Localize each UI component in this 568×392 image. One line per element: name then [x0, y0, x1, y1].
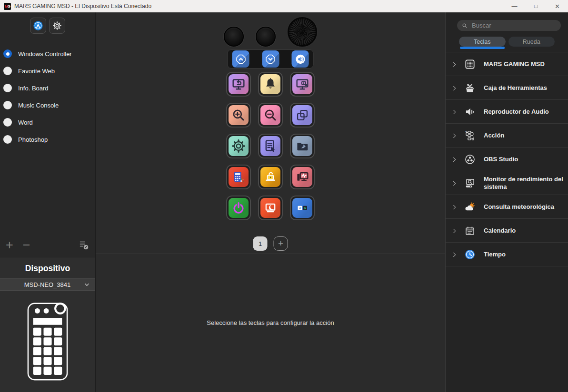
sleep-icon	[260, 198, 280, 218]
tab-teclas[interactable]: Teclas	[459, 37, 506, 47]
radio-icon[interactable]	[3, 118, 12, 127]
radio-icon[interactable]	[3, 101, 12, 109]
octagon-down-icon	[264, 53, 277, 66]
chevron-right-icon[interactable]	[451, 108, 458, 115]
profile-label: Info. Board	[18, 85, 49, 92]
chevron-right-icon[interactable]	[451, 251, 458, 257]
app-home-button[interactable]	[30, 18, 46, 34]
key-duplicate[interactable]	[290, 103, 315, 127]
key-folder-open[interactable]	[290, 134, 315, 158]
hint-text: Seleccione las teclas para configurar la…	[207, 319, 334, 326]
category-reproductor-de-audio[interactable]: Reproductor de Audio	[446, 100, 568, 124]
add-page-button[interactable]: +	[274, 236, 288, 251]
profile-option-music-console[interactable]: Music Console	[0, 97, 95, 114]
key-monitor-undo[interactable]	[226, 72, 251, 97]
remove-profile-button[interactable]: −	[23, 240, 30, 250]
chevron-right-icon[interactable]	[451, 85, 458, 91]
key-calculator[interactable]: +−×÷	[226, 165, 251, 189]
device-dropdown[interactable]: MSD-NEO_3841	[0, 278, 95, 291]
minimize-button[interactable]: —	[504, 0, 525, 12]
add-profile-button[interactable]: +	[6, 240, 13, 250]
maximize-button[interactable]: □	[525, 0, 547, 12]
chevron-right-icon[interactable]	[451, 204, 458, 210]
chevron-right-icon[interactable]	[451, 132, 458, 138]
key-code-switch[interactable]: <>	[290, 196, 315, 220]
category-label: MARS GAMING MSD	[484, 60, 545, 68]
search-input[interactable]	[471, 21, 557, 29]
profile-actions: + −	[0, 235, 95, 255]
radio-icon[interactable]	[3, 67, 12, 75]
page-1-button[interactable]: 1	[253, 236, 268, 251]
svg-text:<: <	[299, 206, 301, 210]
key-zoom-in[interactable]	[226, 103, 251, 127]
keys-grid: +−×÷<>	[226, 72, 315, 220]
category-caja-de-herramientas[interactable]: Caja de Herramientas	[446, 76, 568, 100]
profile-list: Windows ControllerFavorite WebInfo. Boar…	[0, 45, 95, 148]
key-zoom-out[interactable]	[258, 103, 283, 127]
gear-key-icon	[229, 136, 249, 156]
volume-icon	[294, 53, 307, 66]
settings-button[interactable]	[49, 18, 65, 34]
search-box[interactable]	[457, 20, 561, 31]
bell-icon	[260, 74, 280, 94]
radio-selected-icon[interactable]	[3, 49, 12, 58]
octagon-up-tile[interactable]	[232, 50, 249, 68]
profile-option-windows-controller[interactable]: Windows Controller	[0, 45, 95, 62]
calendar-icon	[464, 225, 476, 237]
key-power[interactable]	[226, 196, 251, 220]
key-monitor-camera[interactable]	[290, 72, 315, 97]
actions-panel: TeclasRueda MARS GAMING MSDCaja de Herra…	[445, 12, 568, 392]
dial-function-strip	[228, 49, 314, 69]
key-sleep[interactable]	[258, 196, 283, 220]
chevron-right-icon[interactable]	[451, 156, 458, 162]
tab-rueda[interactable]: Rueda	[508, 37, 555, 47]
profile-option-photoshop[interactable]: Photoshop	[0, 131, 95, 148]
device-layout-view: +−×÷<> 1 +	[96, 12, 445, 254]
lock-icon	[260, 167, 280, 187]
panel-tabs: TeclasRueda	[446, 37, 568, 47]
chevron-right-icon[interactable]	[451, 61, 458, 67]
category-label: Caja de Herramientas	[484, 84, 547, 92]
key-doc-cursor[interactable]	[258, 134, 283, 158]
keypad-icon	[464, 58, 476, 70]
key-bell[interactable]	[258, 72, 283, 97]
zoom-in-icon	[229, 105, 249, 125]
category-calendario[interactable]: Calendario	[446, 219, 568, 243]
profile-label: Favorite Web	[18, 68, 55, 75]
doc-cursor-icon	[260, 136, 280, 156]
volume-tile[interactable]	[292, 50, 309, 68]
profile-edit-icon[interactable]	[78, 239, 90, 251]
dial-button-1[interactable]	[224, 27, 244, 47]
category-label: Reproductor de Audio	[484, 108, 549, 116]
radio-icon[interactable]	[3, 135, 12, 144]
key-perf-monitor[interactable]	[290, 165, 315, 189]
toolbox-icon	[464, 82, 476, 94]
close-button[interactable]: ✕	[547, 0, 568, 12]
category-obs-studio[interactable]: OBS Studio	[446, 147, 568, 171]
perf-monitor-icon	[292, 167, 312, 187]
category-list: MARS GAMING MSDCaja de HerramientasRepro…	[446, 52, 568, 266]
profile-option-word[interactable]: Word	[0, 114, 95, 131]
profile-option-info-board[interactable]: Info. Board	[0, 79, 95, 97]
speaker-icon	[464, 106, 476, 118]
chevron-right-icon[interactable]	[451, 180, 458, 186]
profiles-panel: Windows ControllerFavorite WebInfo. Boar…	[0, 12, 95, 257]
category-acci-n[interactable]: »Acción	[446, 124, 568, 147]
category-consulta-meteorol-gica[interactable]: Consulta meteorológica	[446, 195, 568, 219]
category-mars-gaming-msd[interactable]: MARS GAMING MSD	[446, 52, 568, 76]
volume-knob[interactable]	[288, 17, 317, 47]
chevron-right-icon[interactable]	[451, 227, 458, 234]
category-label: OBS Studio	[484, 156, 518, 163]
category-label: Monitor de rendimiento del sistema	[484, 176, 564, 190]
key-gear-key[interactable]	[226, 134, 251, 158]
device-panel: Dispositivo MSD-NEO_3841	[0, 257, 95, 392]
left-sidebar: Windows ControllerFavorite WebInfo. Boar…	[0, 12, 95, 392]
dial-button-2[interactable]	[256, 27, 276, 47]
radio-icon[interactable]	[3, 84, 12, 92]
octagon-down-tile[interactable]	[262, 50, 279, 68]
key-lock[interactable]	[258, 165, 283, 189]
category-monitor-de-rendimiento-del-sistema[interactable]: Monitor de rendimiento del sistema	[446, 171, 568, 195]
monitor-camera-icon	[292, 74, 312, 94]
profile-option-favorite-web[interactable]: Favorite Web	[0, 62, 95, 79]
category-tiempo[interactable]: Tiempo	[446, 243, 568, 266]
